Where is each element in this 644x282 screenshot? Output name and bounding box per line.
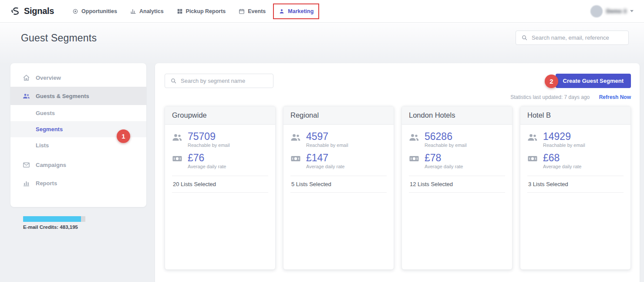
home-icon: [23, 74, 30, 82]
sidebar-item-label: Guests & Segments: [36, 93, 89, 99]
rate-stat: £147 Average daily rate: [290, 153, 387, 169]
people-icon: [23, 92, 30, 100]
segment-card-body: 75709 Reachable by email £76: [165, 125, 275, 193]
rate-stat: £68 Average daily rate: [527, 153, 624, 169]
reachable-count: 56286: [425, 131, 467, 142]
average-rate: £76: [188, 153, 226, 163]
stats-row: Statistics last updated: 7 days ago Refr…: [165, 94, 631, 100]
segment-name: Hotel B: [520, 106, 631, 125]
brand-logo[interactable]: Signals: [10, 6, 54, 17]
user-name: Demo 3: [606, 8, 627, 14]
sidebar-item-label: Lists: [36, 142, 49, 149]
reachable-count: 14929: [543, 131, 585, 142]
segment-name: London Hotels: [402, 106, 512, 125]
nav-label: Analytics: [139, 8, 164, 14]
main-nav: Opportunities Analytics Pickup Reports: [68, 5, 318, 18]
reachable-stat: 4597 Reachable by email: [290, 131, 387, 148]
reachable-count: 4597: [306, 131, 348, 142]
sidebar-item-overview[interactable]: Overview: [10, 68, 146, 87]
analytics-icon: [130, 8, 136, 14]
signals-logo-icon: [10, 6, 21, 17]
segment-card: London Hotels 56286 Reachable by email: [401, 106, 513, 270]
lists-selected: 20 Lists Selected: [172, 176, 268, 193]
nav-label: Events: [248, 8, 266, 14]
marketing-icon: [279, 8, 285, 14]
sidebar-item-guests-segments[interactable]: Guests & Segments: [10, 87, 146, 105]
average-rate: £68: [543, 153, 581, 163]
average-rate-label: Average daily rate: [188, 164, 226, 169]
rate-stat: £76 Average daily rate: [172, 153, 268, 169]
banknote-icon: [409, 153, 419, 164]
nav-label: Opportunities: [81, 8, 117, 14]
sidebar-item-label: Campaigns: [36, 162, 66, 168]
global-search-input[interactable]: [532, 34, 623, 41]
page-title: Guest Segments: [21, 32, 97, 44]
segments-toolbar: Create Guest Segment: [165, 74, 631, 88]
segment-card-body: 14929 Reachable by email £68: [520, 125, 631, 193]
lists-selected: 5 Lists Selected: [290, 176, 387, 193]
email-credits-label: E-mail Credits: 483,195: [23, 224, 88, 230]
average-rate: £78: [425, 153, 463, 163]
people-icon: [172, 132, 182, 143]
segment-card-body: 56286 Reachable by email £78: [402, 125, 512, 193]
bar-chart-icon: [23, 180, 30, 187]
people-icon: [527, 132, 538, 143]
stats-last-updated: Statistics last updated: 7 days ago: [510, 94, 590, 100]
segment-card: Hotel B 14929 Reachable by email: [520, 106, 631, 270]
reachable-stat: 14929 Reachable by email: [527, 131, 624, 148]
reachable-label: Reachable by email: [188, 143, 230, 148]
segment-search-input[interactable]: [181, 78, 268, 84]
rate-stat: £78 Average daily rate: [409, 153, 505, 169]
email-credits: E-mail Credits: 483,195: [23, 216, 88, 230]
banknote-icon: [290, 153, 301, 164]
nav-item-analytics[interactable]: Analytics: [126, 5, 168, 18]
reachable-stat: 75709 Reachable by email: [172, 131, 268, 148]
segment-name: Groupwide: [165, 106, 275, 125]
page-header: Guest Segments: [0, 23, 644, 65]
sidebar-item-label: Overview: [36, 75, 61, 81]
average-rate-label: Average daily rate: [543, 164, 581, 169]
global-search: [516, 31, 629, 45]
sidebar-item-label: Reports: [36, 180, 57, 187]
nav-item-events[interactable]: Events: [234, 5, 270, 18]
lists-selected: 3 Lists Selected: [527, 176, 624, 193]
user-menu[interactable]: Demo 3: [590, 5, 634, 17]
search-icon: [170, 78, 177, 84]
segment-card: Regional 4597 Reachable by email: [283, 106, 394, 270]
refresh-now-link[interactable]: Refresh Now: [599, 94, 631, 100]
people-icon: [290, 132, 301, 143]
annotation-badge-1: 1: [117, 129, 130, 143]
sidebar-item-label: Guests: [36, 110, 55, 116]
sidebar-item-label: Segments: [36, 126, 63, 133]
annotation-badge-2: 2: [545, 75, 558, 88]
average-rate-label: Average daily rate: [425, 164, 463, 169]
nav-item-opportunities[interactable]: Opportunities: [68, 5, 121, 18]
banknote-icon: [527, 153, 538, 164]
reachable-count: 75709: [188, 131, 230, 142]
sidebar-item-reports[interactable]: Reports: [10, 174, 146, 192]
nav-label: Pickup Reports: [186, 8, 226, 14]
sidebar-item-guests[interactable]: Guests: [10, 105, 146, 121]
nav-item-pickup-reports[interactable]: Pickup Reports: [172, 5, 230, 18]
average-rate: £147: [306, 153, 344, 163]
reachable-label: Reachable by email: [306, 143, 348, 148]
people-icon: [409, 132, 419, 143]
lists-selected: 12 Lists Selected: [409, 176, 505, 193]
create-guest-segment-button[interactable]: Create Guest Segment: [556, 74, 631, 88]
brand-name: Signals: [24, 6, 54, 16]
nav-item-marketing[interactable]: Marketing: [274, 5, 318, 18]
average-rate-label: Average daily rate: [306, 164, 344, 169]
sidebar-item-campaigns[interactable]: Campaigns: [10, 156, 146, 174]
reachable-stat: 56286 Reachable by email: [409, 131, 505, 148]
segment-cards: Groupwide 75709 Reachable by email: [165, 106, 631, 270]
segments-panel: Create Guest Segment Statistics last upd…: [155, 63, 640, 282]
reachable-label: Reachable by email: [425, 143, 467, 148]
segment-card: Groupwide 75709 Reachable by email: [165, 106, 276, 270]
page: Signals Opportunities Analytics: [0, 0, 644, 282]
segment-name: Regional: [283, 106, 394, 125]
envelope-icon: [23, 161, 30, 169]
search-icon: [521, 34, 528, 41]
nav-label: Marketing: [288, 8, 314, 14]
avatar: [590, 5, 603, 17]
chevron-down-icon: [630, 10, 634, 12]
